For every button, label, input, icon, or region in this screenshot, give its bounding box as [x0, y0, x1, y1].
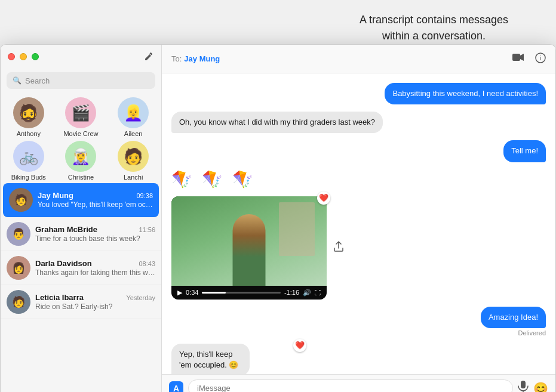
video-call-icon[interactable]: [512, 53, 524, 66]
volume-icon[interactable]: 🔊: [303, 289, 311, 297]
avatar-jaymung: 🧑: [9, 188, 33, 212]
conversation-item-darladavidson[interactable]: 👩 Darla Davidson 08:43 Thanks again for …: [1, 251, 161, 285]
compose-button[interactable]: [143, 51, 154, 62]
fullscreen-icon[interactable]: ⛶: [315, 289, 321, 296]
info-icon[interactable]: i: [535, 53, 546, 66]
convo-name-jaymung: Jay Mung: [38, 191, 73, 200]
chat-input-area: A 😊: [162, 374, 555, 392]
app-store-button[interactable]: A: [169, 381, 183, 393]
play-icon[interactable]: ▶: [177, 289, 182, 297]
avatar-lanchi: 🧑: [118, 141, 149, 172]
messages-app-window: 🔍 Search 🧔 Anthony 🎬 Movie Crew 👱‍♀️ Ail…: [0, 44, 556, 392]
avatar-darladavidson: 👩: [7, 256, 30, 280]
search-placeholder: Search: [25, 76, 50, 85]
convo-name-darladavidson: Darla Davidson: [35, 259, 92, 268]
svg-rect-0: [512, 54, 520, 61]
convo-info-leticiaibarra: Leticia Ibarra Yesterday Ride on Sat.? E…: [35, 293, 155, 311]
convo-time-darladavidson: 08:43: [139, 260, 155, 267]
transcript-annotation-text: A transcript contains messages within a …: [360, 12, 508, 44]
chat-area: To: Jay Mung i: [162, 45, 555, 392]
audio-input-icon[interactable]: [518, 380, 529, 392]
elapsed-time: 0:34: [186, 289, 198, 296]
message-bubble-babysitting: Babysitting this weekend, I need activit…: [385, 83, 546, 104]
pinned-contact-aileen[interactable]: 👱‍♀️ Aileen: [109, 97, 158, 137]
video-reaction-badge: ❤️: [317, 192, 330, 205]
to-label: To:: [171, 54, 182, 63]
avatar-anthony: 🧔: [13, 97, 44, 128]
convo-time-leticiaibarra: Yesterday: [126, 294, 155, 301]
avatar-moviecrew: 🎬: [65, 97, 96, 128]
message-bubble-amazingidea: Amazing Idea!: [481, 307, 546, 328]
chat-header-actions: i: [512, 53, 546, 66]
chat-messages: Babysitting this weekend, I need activit…: [162, 73, 555, 374]
message-bubble-ohyouknow: Oh, you know what I did with my third gr…: [171, 112, 383, 133]
pinned-contact-anthony[interactable]: 🧔 Anthony: [4, 97, 53, 137]
search-bar[interactable]: 🔍 Search: [7, 72, 155, 89]
yep-message-wrapper: Yep, this'll keep 'em occupied. 😊 ❤️: [171, 344, 302, 374]
conversation-list: 🧑 Jay Mung 09:38 You loved "Yep, this'll…: [1, 183, 161, 392]
convo-info-grahammcbride: Graham McBride 11:56 Time for a touch ba…: [35, 225, 155, 243]
avatar-leticiaibarra: 🧑: [7, 290, 30, 314]
pinned-label-christine: Christine: [68, 174, 94, 181]
svg-marker-1: [520, 54, 524, 61]
avatar-bikingbuds: 🚲: [13, 141, 44, 172]
pinned-contact-bikingbuds[interactable]: 🚲 Biking Buds: [4, 141, 53, 181]
conversation-item-grahammcbride[interactable]: 👨 Graham McBride 11:56 Time for a touch …: [1, 217, 161, 251]
conversation-item-leticiaibarra[interactable]: 🧑 Leticia Ibarra Yesterday Ride on Sat.?…: [1, 285, 161, 319]
video-wrapper: ▶ 0:34 -1:16 🔊 ⛶ ❤️: [171, 196, 327, 300]
chat-header: To: Jay Mung i: [162, 45, 555, 73]
message-row-babysitting: Babysitting this weekend, I need activit…: [171, 83, 546, 104]
message-row-amazingidea: Amazing Idea! Delivered: [171, 307, 546, 337]
pinned-label-anthony: Anthony: [17, 130, 41, 137]
video-thumbnail: [171, 196, 327, 286]
convo-info-darladavidson: Darla Davidson 08:43 Thanks again for ta…: [35, 259, 155, 277]
message-row-yep: Yep, this'll keep 'em occupied. 😊 ❤️: [171, 344, 546, 374]
convo-time-grahammcbride: 11:56: [139, 226, 155, 233]
message-row-tellme: Tell me!: [171, 140, 546, 162]
progress-bar[interactable]: [202, 292, 281, 294]
convo-time-jaymung: 09:38: [136, 192, 153, 199]
message-status-amazingidea: Delivered: [518, 329, 546, 337]
avatar-grahammcbride: 👨: [7, 222, 30, 246]
chat-recipient: Jay Mung: [184, 54, 220, 63]
pinned-label-lanchi: Lanchi: [124, 174, 143, 181]
pinned-contact-moviecrew[interactable]: 🎬 Movie Crew: [57, 97, 106, 137]
pinned-label-aileen: Aileen: [124, 130, 143, 137]
convo-name-leticiaibarra: Leticia Ibarra: [35, 293, 84, 302]
convo-preview-jaymung: You loved "Yep, this'll keep 'em occupie…: [38, 200, 153, 209]
message-input[interactable]: [188, 379, 513, 392]
convo-info-jaymung: Jay Mung 09:38 You loved "Yep, this'll k…: [38, 191, 153, 209]
convo-preview-leticiaibarra: Ride on Sat.? Early-ish?: [35, 303, 155, 311]
remaining-time: -1:16: [284, 289, 299, 296]
svg-rect-4: [521, 381, 526, 388]
convo-preview-grahammcbride: Time for a touch base this week?: [35, 234, 155, 243]
titlebar: [1, 45, 161, 69]
sidebar: 🔍 Search 🧔 Anthony 🎬 Movie Crew 👱‍♀️ Ail…: [1, 45, 162, 392]
share-icon[interactable]: [334, 241, 343, 254]
pinned-label-bikingbuds: Biking Buds: [11, 174, 46, 181]
avatar-aileen: 👱‍♀️: [118, 97, 149, 128]
kite-emojis: 🪁 🪁 🪁: [171, 169, 256, 189]
convo-name-grahammcbride: Graham McBride: [35, 225, 97, 234]
minimize-button[interactable]: [20, 53, 27, 60]
message-row-video: ▶ 0:34 -1:16 🔊 ⛶ ❤️: [171, 196, 546, 300]
close-button[interactable]: [8, 53, 15, 60]
video-controls: ▶ 0:34 -1:16 🔊 ⛶: [171, 286, 327, 300]
message-bubble-yep: Yep, this'll keep 'em occupied. 😊: [171, 344, 250, 374]
svg-text:i: i: [540, 54, 541, 61]
maximize-button[interactable]: [32, 53, 39, 60]
message-row-kites: 🪁 🪁 🪁: [171, 169, 546, 189]
search-icon: 🔍: [13, 76, 21, 85]
pinned-contacts-grid: 🧔 Anthony 🎬 Movie Crew 👱‍♀️ Aileen 🚲 Bik…: [1, 92, 161, 183]
pinned-contact-christine[interactable]: 🧝‍♀️ Christine: [57, 141, 106, 181]
avatar-christine: 🧝‍♀️: [65, 141, 96, 172]
message-bubble-tellme: Tell me!: [503, 140, 546, 162]
video-player[interactable]: ▶ 0:34 -1:16 🔊 ⛶: [171, 196, 327, 300]
convo-preview-darladavidson: Thanks again for taking them this weeken…: [35, 268, 155, 277]
progress-fill: [202, 292, 225, 294]
yep-reaction-badge: ❤️: [293, 339, 306, 352]
pinned-label-moviecrew: Movie Crew: [63, 130, 98, 137]
pinned-contact-lanchi[interactable]: 🧑 Lanchi: [109, 141, 158, 181]
emoji-button[interactable]: 😊: [533, 381, 548, 393]
conversation-item-jaymung[interactable]: 🧑 Jay Mung 09:38 You loved "Yep, this'll…: [3, 183, 159, 217]
